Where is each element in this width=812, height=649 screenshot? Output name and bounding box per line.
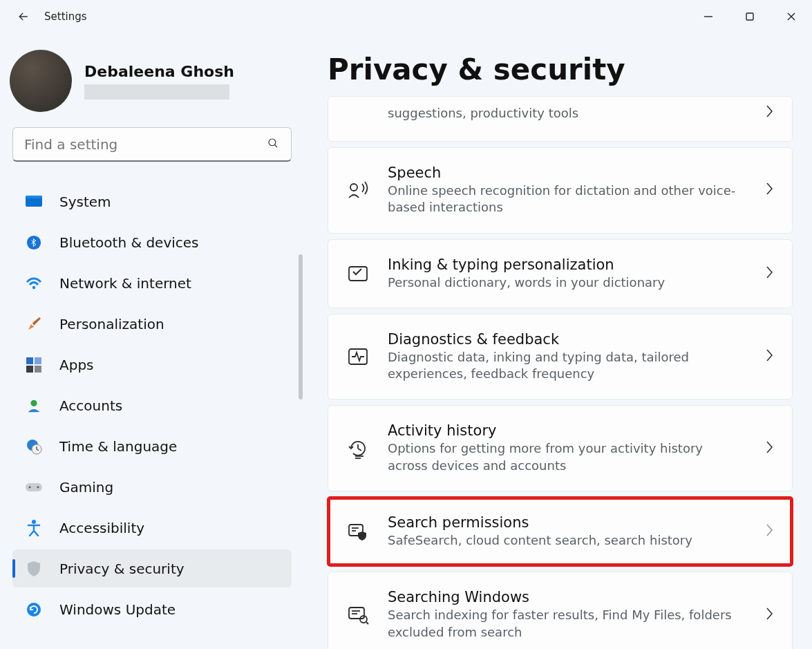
sidebar-item-label: Network & internet: [59, 275, 191, 292]
shield-icon: [25, 560, 43, 578]
speech-icon: [346, 178, 370, 202]
sidebar-item-personalization[interactable]: Personalization: [12, 305, 292, 343]
profile-email: [84, 84, 229, 100]
accessibility-icon: [25, 519, 43, 537]
sidebar-item-gaming[interactable]: Gaming: [12, 468, 292, 506]
close-button[interactable]: [771, 3, 812, 30]
svg-rect-11: [35, 366, 41, 373]
app-title: Settings: [44, 10, 87, 23]
chevron-right-icon: [764, 606, 774, 624]
search-list-icon: [346, 603, 370, 627]
activity-icon: [346, 345, 370, 368]
card-sub: Options for getting more from your activ…: [388, 440, 746, 474]
card-inking[interactable]: Inking & typing personalization Personal…: [328, 239, 793, 308]
card-title: Inking & typing personalization: [388, 256, 746, 273]
svg-rect-1: [746, 13, 753, 20]
svg-rect-8: [26, 357, 33, 364]
card-title: Diagnostics & feedback: [388, 331, 746, 348]
sidebar-item-accounts[interactable]: Accounts: [12, 386, 292, 424]
search-input[interactable]: [12, 127, 292, 162]
sidebar-item-network[interactable]: Network & internet: [12, 264, 292, 302]
svg-rect-10: [26, 366, 33, 373]
apps-icon: [25, 356, 43, 374]
card-title: Search permissions: [388, 514, 746, 531]
paintbrush-icon: [25, 315, 43, 333]
svg-line-34: [366, 622, 368, 624]
sidebar-item-privacy[interactable]: Privacy & security: [12, 549, 292, 587]
card-sub: Online speech recognition for dictation …: [388, 182, 746, 216]
sidebar-item-label: Privacy & security: [59, 561, 185, 577]
svg-point-19: [27, 603, 41, 617]
sidebar-item-apps[interactable]: Apps: [12, 346, 292, 384]
minimize-button[interactable]: [688, 3, 729, 30]
monitor-icon: [25, 193, 43, 211]
globe-clock-icon: [25, 438, 43, 455]
profile-name: Debaleena Ghosh: [84, 63, 234, 80]
svg-rect-21: [349, 267, 367, 281]
close-icon: [786, 12, 796, 21]
svg-point-7: [32, 285, 35, 288]
chevron-right-icon: [764, 265, 774, 283]
page-title: Privacy & security: [328, 53, 793, 86]
scrollbar[interactable]: [299, 254, 303, 399]
svg-point-12: [30, 399, 37, 406]
svg-rect-15: [26, 483, 42, 491]
settings-card-list: suggestions, productivity tools Speech O…: [328, 96, 793, 649]
maximize-icon: [745, 12, 755, 21]
svg-point-17: [37, 486, 39, 488]
sidebar-item-time[interactable]: Time & language: [12, 427, 292, 465]
sidebar-item-bluetooth[interactable]: Bluetooth & devices: [12, 223, 292, 261]
svg-point-16: [29, 486, 31, 488]
sidebar-item-label: Apps: [59, 357, 94, 373]
chevron-right-icon: [764, 181, 774, 199]
arrow-left-icon: [17, 10, 30, 23]
card-speech[interactable]: Speech Online speech recognition for dic…: [328, 147, 793, 234]
card-sub: suggestions, productivity tools: [388, 105, 746, 122]
card-activity-history[interactable]: Activity history Options for getting mor…: [328, 405, 793, 491]
card-search-permissions[interactable]: Search permissions SafeSearch, cloud con…: [328, 497, 793, 566]
sidebar-item-label: Time & language: [59, 438, 177, 455]
card-sub: Search indexing for faster results, Find…: [388, 607, 746, 641]
chevron-right-icon: [764, 523, 774, 540]
avatar: [10, 50, 72, 112]
sidebar-item-label: Windows Update: [59, 601, 176, 618]
sidebar-item-accessibility[interactable]: Accessibility: [12, 509, 292, 547]
svg-line-3: [274, 144, 277, 147]
sidebar-item-label: Accessibility: [59, 520, 144, 536]
svg-point-2: [269, 139, 276, 146]
window-controls: [688, 3, 812, 30]
card-general-partial[interactable]: suggestions, productivity tools: [328, 96, 793, 142]
person-icon: [25, 397, 43, 415]
wifi-icon: [25, 274, 43, 292]
update-icon: [25, 601, 43, 619]
keyboard-check-icon: [346, 262, 370, 285]
sidebar-item-label: Bluetooth & devices: [59, 234, 199, 251]
search-icon: [267, 137, 279, 152]
sidebar-item-update[interactable]: Windows Update: [12, 590, 292, 628]
svg-rect-9: [35, 357, 41, 364]
sidebar-item-label: Gaming: [59, 479, 113, 496]
card-diagnostics[interactable]: Diagnostics & feedback Diagnostic data, …: [328, 314, 793, 400]
maximize-button[interactable]: [729, 3, 771, 30]
back-button[interactable]: [12, 6, 35, 28]
card-sub: Personal dictionary, words in your dicti…: [388, 274, 746, 291]
titlebar: Settings: [0, 0, 812, 33]
chevron-right-icon: [764, 348, 774, 366]
blank-icon: [346, 101, 370, 124]
svg-rect-5: [26, 196, 42, 198]
nav: System Bluetooth & devices Network & int…: [10, 181, 294, 630]
main-content: Privacy & security suggestions, producti…: [303, 33, 812, 649]
card-searching-windows[interactable]: Searching Windows Search indexing for fa…: [328, 572, 793, 649]
search-shield-icon: [346, 520, 370, 543]
search-wrap: [10, 127, 294, 162]
sidebar-item-label: Personalization: [59, 316, 164, 332]
minimize-icon: [704, 12, 713, 21]
svg-point-18: [32, 520, 36, 524]
card-sub: SafeSearch, cloud content search, search…: [388, 532, 746, 549]
profile-block[interactable]: Debaleena Ghosh: [10, 46, 294, 127]
history-icon: [346, 437, 370, 460]
sidebar-item-system[interactable]: System: [12, 182, 292, 220]
svg-point-33: [360, 616, 367, 623]
card-title: Activity history: [388, 422, 746, 439]
sidebar-item-label: Accounts: [59, 397, 122, 414]
